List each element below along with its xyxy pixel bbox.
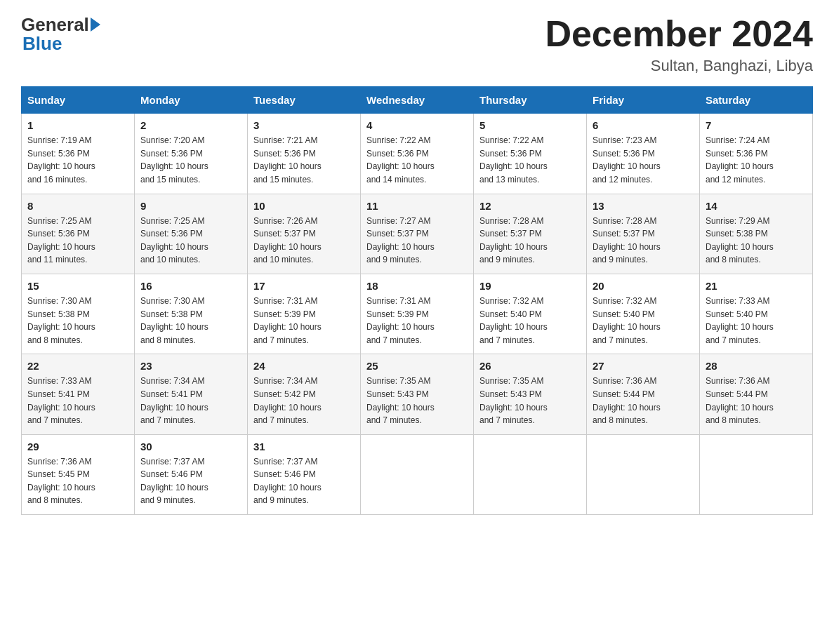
- day-info: Sunrise: 7:25 AMSunset: 5:36 PMDaylight:…: [140, 215, 241, 267]
- day-number: 22: [27, 360, 128, 372]
- day-cell: 11Sunrise: 7:27 AMSunset: 5:37 PMDayligh…: [361, 194, 474, 274]
- day-number: 21: [706, 280, 807, 292]
- day-info: Sunrise: 7:36 AMSunset: 5:44 PMDaylight:…: [593, 375, 694, 427]
- day-cell: 6Sunrise: 7:23 AMSunset: 5:36 PMDaylight…: [587, 114, 700, 194]
- day-info: Sunrise: 7:23 AMSunset: 5:36 PMDaylight:…: [593, 134, 694, 186]
- day-number: 25: [366, 360, 468, 372]
- day-cell: 10Sunrise: 7:26 AMSunset: 5:37 PMDayligh…: [248, 194, 361, 274]
- day-cell: 30Sunrise: 7:37 AMSunset: 5:46 PMDayligh…: [135, 434, 248, 514]
- day-cell: 29Sunrise: 7:36 AMSunset: 5:45 PMDayligh…: [22, 434, 135, 514]
- day-cell: 12Sunrise: 7:28 AMSunset: 5:37 PMDayligh…: [474, 194, 587, 274]
- day-cell: 23Sunrise: 7:34 AMSunset: 5:41 PMDayligh…: [135, 354, 248, 434]
- day-number: 8: [27, 200, 128, 212]
- day-info: Sunrise: 7:28 AMSunset: 5:37 PMDaylight:…: [593, 215, 694, 267]
- header-friday: Friday: [587, 87, 700, 114]
- day-info: Sunrise: 7:33 AMSunset: 5:41 PMDaylight:…: [27, 375, 128, 427]
- day-info: Sunrise: 7:32 AMSunset: 5:40 PMDaylight:…: [593, 295, 694, 347]
- day-info: Sunrise: 7:31 AMSunset: 5:39 PMDaylight:…: [253, 295, 355, 347]
- day-number: 17: [253, 280, 355, 292]
- day-cell: 19Sunrise: 7:32 AMSunset: 5:40 PMDayligh…: [474, 274, 587, 354]
- day-cell: 1Sunrise: 7:19 AMSunset: 5:36 PMDaylight…: [22, 114, 135, 194]
- day-cell: 27Sunrise: 7:36 AMSunset: 5:44 PMDayligh…: [587, 354, 700, 434]
- day-number: 15: [27, 280, 128, 292]
- day-cell: 20Sunrise: 7:32 AMSunset: 5:40 PMDayligh…: [587, 274, 700, 354]
- day-cell: 2Sunrise: 7:20 AMSunset: 5:36 PMDaylight…: [135, 114, 248, 194]
- day-info: Sunrise: 7:27 AMSunset: 5:37 PMDaylight:…: [366, 215, 468, 267]
- day-number: 6: [593, 119, 694, 131]
- day-info: Sunrise: 7:37 AMSunset: 5:46 PMDaylight:…: [140, 455, 241, 507]
- day-info: Sunrise: 7:37 AMSunset: 5:46 PMDaylight:…: [253, 455, 355, 507]
- day-info: Sunrise: 7:30 AMSunset: 5:38 PMDaylight:…: [140, 295, 241, 347]
- page-header: General Blue December 2024 Sultan, Bangh…: [21, 14, 813, 75]
- day-cell: [700, 434, 813, 514]
- day-cell: 5Sunrise: 7:22 AMSunset: 5:36 PMDaylight…: [474, 114, 587, 194]
- day-number: 28: [706, 360, 807, 372]
- week-row-2: 8Sunrise: 7:25 AMSunset: 5:36 PMDaylight…: [22, 194, 813, 274]
- week-row-5: 29Sunrise: 7:36 AMSunset: 5:45 PMDayligh…: [22, 434, 813, 514]
- day-info: Sunrise: 7:36 AMSunset: 5:44 PMDaylight:…: [706, 375, 807, 427]
- day-info: Sunrise: 7:19 AMSunset: 5:36 PMDaylight:…: [27, 134, 128, 186]
- day-cell: 17Sunrise: 7:31 AMSunset: 5:39 PMDayligh…: [248, 274, 361, 354]
- day-number: 13: [593, 200, 694, 212]
- day-number: 5: [479, 119, 581, 131]
- day-cell: 14Sunrise: 7:29 AMSunset: 5:38 PMDayligh…: [700, 194, 813, 274]
- day-cell: 16Sunrise: 7:30 AMSunset: 5:38 PMDayligh…: [135, 274, 248, 354]
- header-thursday: Thursday: [474, 87, 587, 114]
- day-cell: 21Sunrise: 7:33 AMSunset: 5:40 PMDayligh…: [700, 274, 813, 354]
- day-info: Sunrise: 7:28 AMSunset: 5:37 PMDaylight:…: [479, 215, 581, 267]
- day-number: 23: [140, 360, 241, 372]
- day-number: 1: [27, 119, 128, 131]
- day-info: Sunrise: 7:25 AMSunset: 5:36 PMDaylight:…: [27, 215, 128, 267]
- day-number: 31: [253, 441, 355, 452]
- day-info: Sunrise: 7:24 AMSunset: 5:36 PMDaylight:…: [706, 134, 807, 186]
- day-cell: 15Sunrise: 7:30 AMSunset: 5:38 PMDayligh…: [22, 274, 135, 354]
- day-number: 2: [140, 119, 241, 131]
- day-number: 19: [479, 280, 581, 292]
- day-cell: 9Sunrise: 7:25 AMSunset: 5:36 PMDaylight…: [135, 194, 248, 274]
- day-cell: 22Sunrise: 7:33 AMSunset: 5:41 PMDayligh…: [22, 354, 135, 434]
- day-number: 26: [479, 360, 581, 372]
- day-number: 7: [706, 119, 807, 131]
- day-number: 27: [593, 360, 694, 372]
- day-number: 24: [253, 360, 355, 372]
- day-cell: [474, 434, 587, 514]
- day-cell: 24Sunrise: 7:34 AMSunset: 5:42 PMDayligh…: [248, 354, 361, 434]
- day-cell: 13Sunrise: 7:28 AMSunset: 5:37 PMDayligh…: [587, 194, 700, 274]
- logo-blue-text: Blue: [22, 33, 62, 55]
- header-sunday: Sunday: [22, 87, 135, 114]
- month-title: December 2024: [545, 14, 813, 54]
- week-row-1: 1Sunrise: 7:19 AMSunset: 5:36 PMDaylight…: [22, 114, 813, 194]
- day-info: Sunrise: 7:31 AMSunset: 5:39 PMDaylight:…: [366, 295, 468, 347]
- day-info: Sunrise: 7:30 AMSunset: 5:38 PMDaylight:…: [27, 295, 128, 347]
- day-number: 12: [479, 200, 581, 212]
- day-info: Sunrise: 7:34 AMSunset: 5:41 PMDaylight:…: [140, 375, 241, 427]
- day-number: 10: [253, 200, 355, 212]
- day-number: 18: [366, 280, 468, 292]
- day-number: 9: [140, 200, 241, 212]
- day-number: 16: [140, 280, 241, 292]
- day-number: 20: [593, 280, 694, 292]
- calendar-header-row: SundayMondayTuesdayWednesdayThursdayFrid…: [22, 87, 813, 114]
- day-number: 4: [366, 119, 468, 131]
- day-cell: 31Sunrise: 7:37 AMSunset: 5:46 PMDayligh…: [248, 434, 361, 514]
- logo-triangle-icon: [91, 18, 100, 32]
- day-cell: 8Sunrise: 7:25 AMSunset: 5:36 PMDaylight…: [22, 194, 135, 274]
- location-subtitle: Sultan, Banghazi, Libya: [545, 57, 813, 75]
- week-row-3: 15Sunrise: 7:30 AMSunset: 5:38 PMDayligh…: [22, 274, 813, 354]
- title-block: December 2024 Sultan, Banghazi, Libya: [545, 14, 813, 75]
- day-cell: [587, 434, 700, 514]
- calendar-table: SundayMondayTuesdayWednesdayThursdayFrid…: [21, 86, 813, 515]
- day-number: 14: [706, 200, 807, 212]
- day-cell: 7Sunrise: 7:24 AMSunset: 5:36 PMDaylight…: [700, 114, 813, 194]
- week-row-4: 22Sunrise: 7:33 AMSunset: 5:41 PMDayligh…: [22, 354, 813, 434]
- day-cell: 4Sunrise: 7:22 AMSunset: 5:36 PMDaylight…: [361, 114, 474, 194]
- day-info: Sunrise: 7:36 AMSunset: 5:45 PMDaylight:…: [27, 455, 128, 507]
- day-info: Sunrise: 7:32 AMSunset: 5:40 PMDaylight:…: [479, 295, 581, 347]
- day-info: Sunrise: 7:33 AMSunset: 5:40 PMDaylight:…: [706, 295, 807, 347]
- day-cell: 26Sunrise: 7:35 AMSunset: 5:43 PMDayligh…: [474, 354, 587, 434]
- day-info: Sunrise: 7:20 AMSunset: 5:36 PMDaylight:…: [140, 134, 241, 186]
- day-info: Sunrise: 7:22 AMSunset: 5:36 PMDaylight:…: [479, 134, 581, 186]
- day-number: 3: [253, 119, 355, 131]
- day-info: Sunrise: 7:34 AMSunset: 5:42 PMDaylight:…: [253, 375, 355, 427]
- header-saturday: Saturday: [700, 87, 813, 114]
